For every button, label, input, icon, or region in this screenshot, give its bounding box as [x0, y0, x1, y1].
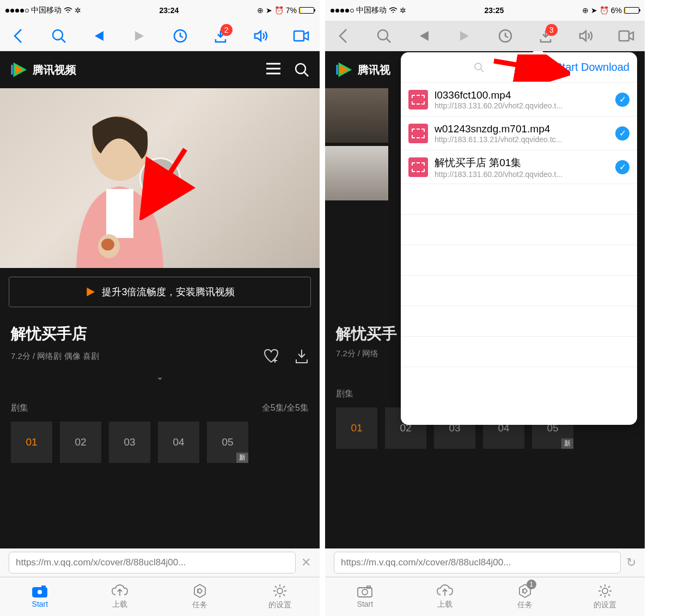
tasks-badge: 1	[527, 580, 536, 589]
carrier-label: 中国移动	[356, 5, 387, 15]
episode-item[interactable]: 03	[109, 422, 150, 463]
play-overlay-button[interactable]	[139, 157, 181, 199]
checked-icon[interactable]: ✓	[615, 126, 629, 141]
url-bar: https://m.v.qq.com/x/cover/8/88ucl84j00.…	[0, 548, 320, 577]
download-list: l0336fct100.mp4http://183.131.60.20/vhot…	[401, 83, 637, 425]
episodes-list: 01 02 03 04 05新	[0, 422, 320, 474]
carrier-label: 中国移动	[31, 5, 62, 15]
prev-button[interactable]	[90, 27, 108, 45]
web-view[interactable]: 腾讯视频 提升3倍流畅度，安装腾讯视频	[0, 51, 320, 548]
search-icon[interactable]	[295, 63, 309, 77]
svg-point-19	[602, 588, 608, 594]
tab-upload[interactable]: 上载	[80, 577, 160, 616]
loading-icon: ✲	[75, 6, 81, 15]
url-input[interactable]: https://m.v.qq.com/x/cover/8/88ucl84j00.…	[9, 552, 296, 574]
prev-button[interactable]	[415, 27, 433, 45]
checked-icon[interactable]: ✓	[615, 93, 629, 107]
tab-tasks[interactable]: 任务	[160, 577, 240, 616]
history-button[interactable]	[497, 27, 514, 45]
right-screen: 中国移动 ✲ 23:25 ⊕ ➤ ⏰ 6% 3 腾讯视	[325, 0, 645, 616]
play-button[interactable]	[131, 27, 148, 45]
downloads-badge: 3	[546, 24, 558, 36]
menu-icon[interactable]	[266, 63, 280, 75]
thumb-image	[325, 146, 388, 200]
download-name: w01243snzdg.m701.mp4	[435, 123, 609, 135]
episode-item[interactable]: 01	[336, 407, 377, 449]
expand-button[interactable]: ⌄	[11, 364, 309, 389]
history-button[interactable]	[172, 27, 189, 45]
thumb-image	[325, 88, 388, 143]
location-icon: ➤	[591, 6, 597, 15]
svg-rect-10	[42, 586, 45, 588]
wifi-icon	[389, 7, 398, 14]
download-item[interactable]: l0336fct100.mp4http://183.131.60.20/vhot…	[401, 83, 637, 117]
video-thumb-column	[325, 88, 388, 200]
search-button[interactable]	[50, 27, 68, 45]
web-view[interactable]: 腾讯视 解忧买手 7.2分 / 网络 剧集 01 02 03 04 05新 St…	[325, 51, 645, 548]
download-item-empty	[401, 337, 637, 367]
search-button[interactable]	[375, 27, 393, 45]
tencent-video-logo-icon	[11, 62, 27, 78]
tab-tasks[interactable]: 1任务	[485, 577, 565, 616]
status-left: 中国移动 ✲	[5, 5, 81, 15]
svg-rect-14	[619, 31, 629, 41]
svg-rect-5	[106, 189, 133, 238]
episode-item[interactable]: 02	[60, 422, 101, 463]
lock-icon: ⊕	[257, 6, 264, 15]
signal-icon	[331, 9, 354, 13]
download-item-empty	[401, 276, 637, 306]
download-icon[interactable]	[295, 349, 309, 364]
episode-item[interactable]: 01	[11, 422, 52, 463]
tab-upload[interactable]: 上载	[405, 577, 485, 616]
play-button[interactable]	[456, 27, 473, 45]
url-bar: https://m.v.qq.com/x/cover/8/88ucl84j00.…	[325, 548, 645, 577]
app-toolbar: 3	[325, 21, 645, 51]
back-button[interactable]	[335, 27, 352, 45]
tab-start[interactable]: Start	[325, 577, 405, 616]
downloads-button[interactable]: 2	[212, 27, 229, 45]
site-header: 腾讯视频	[0, 51, 320, 88]
location-icon: ➤	[266, 6, 272, 15]
download-item[interactable]: w01243snzdg.m701.mp4http://183.61.13.21/…	[401, 117, 637, 150]
video-file-icon	[408, 124, 428, 143]
back-button[interactable]	[10, 27, 27, 45]
camera-button[interactable]	[292, 27, 310, 45]
tab-settings[interactable]: 的设置	[565, 577, 645, 616]
sound-button[interactable]	[577, 27, 595, 45]
video-file-icon	[408, 157, 428, 177]
checked-icon[interactable]: ✓	[615, 160, 629, 174]
video-thumbnail[interactable]	[0, 88, 320, 268]
url-input[interactable]: https://m.v.qq.com/x/cover/8/88ucl84j00.…	[334, 552, 621, 574]
sound-button[interactable]	[252, 27, 270, 45]
svg-point-7	[101, 239, 114, 251]
promo-text: 提升3倍流畅度，安装腾讯视频	[102, 285, 235, 298]
like-icon[interactable]	[263, 349, 279, 364]
tab-start[interactable]: Start	[0, 577, 80, 616]
bottom-tab-bar: Start 上载 1任务 的设置	[325, 577, 645, 616]
battery-percent: 6%	[611, 6, 622, 15]
reload-button[interactable]: ↻	[626, 556, 636, 570]
status-bar: 中国移动 ✲ 23:25 ⊕ ➤ ⏰ 6%	[325, 0, 645, 21]
downloads-button[interactable]: 3	[537, 27, 554, 45]
episode-item[interactable]: 05新	[207, 422, 248, 463]
start-download-button[interactable]: Start Download	[555, 61, 629, 74]
alarm-icon: ⏰	[600, 6, 609, 15]
download-item[interactable]: 解忧买手店 第01集http://183.131.60.20/vhot2.qqv…	[401, 150, 637, 184]
tab-settings[interactable]: 的设置	[240, 577, 320, 616]
clear-url-button[interactable]: ✕	[301, 556, 311, 570]
popup-search[interactable]	[408, 58, 549, 77]
tencent-video-logo-icon	[336, 62, 352, 78]
install-promo-banner[interactable]: 提升3倍流畅度，安装腾讯视频	[9, 277, 311, 307]
alarm-icon: ⏰	[274, 6, 284, 15]
svg-rect-2	[294, 31, 304, 41]
camera-button[interactable]	[617, 27, 635, 45]
show-title: 解忧买手店	[11, 324, 309, 344]
download-item-empty	[401, 245, 637, 276]
svg-point-0	[53, 30, 63, 40]
episodes-count: 全5集/全5集	[262, 402, 309, 414]
wifi-icon	[64, 7, 72, 14]
svg-point-12	[378, 30, 388, 40]
svg-point-3	[296, 64, 305, 74]
episode-item[interactable]: 04	[158, 422, 199, 463]
download-name: 解忧买手店 第01集	[435, 156, 609, 170]
